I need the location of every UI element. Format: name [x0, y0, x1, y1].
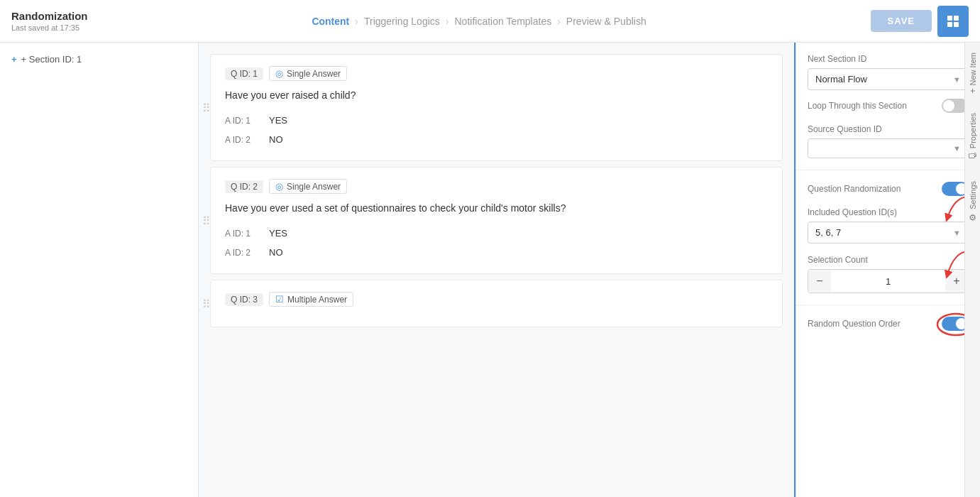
save-button[interactable]: SAVE — [871, 10, 932, 32]
selection-count-label: Selection Count — [808, 255, 969, 265]
properties-panel: Next Section ID Normal Flow ▼ Loop Throu… — [795, 43, 980, 497]
app-title: Randomization — [11, 10, 88, 22]
included-q-label: Included Question ID(s) — [808, 207, 969, 217]
grid-button[interactable] — [937, 6, 969, 37]
counter-value: 1 — [831, 276, 945, 287]
single-answer-icon-1: ◎ — [275, 68, 283, 79]
q2-type-label: Single Answer — [287, 182, 341, 192]
svg-rect-3 — [954, 22, 959, 27]
multiple-answer-icon: ☑ — [275, 294, 284, 305]
q2-header: Q ID: 2 ◎ Single Answer — [225, 179, 768, 194]
q3-id: Q ID: 3 — [225, 293, 263, 306]
q1-id: Q ID: 1 — [225, 67, 263, 80]
side-tabs: + New Item 🏷 Properties ⚙ Settings — [964, 43, 980, 497]
random-order-label: Random Question Order — [808, 319, 901, 329]
included-q-value: 5, 6, 7 — [815, 227, 841, 238]
q2-text: Have you ever used a set of questionnair… — [225, 202, 768, 214]
top-nav: Content › Triggering Logics › Notificati… — [312, 16, 646, 27]
drag-handle-3[interactable]: ⠿ — [202, 297, 211, 310]
loop-label: Loop Through this Section — [808, 101, 907, 111]
q1-answer-1: A ID: 1 YES — [225, 111, 768, 130]
section-label: + Section ID: 1 — [21, 54, 82, 65]
drag-handle-2[interactable]: ⠿ — [202, 214, 211, 227]
new-item-tab[interactable]: + New Item — [966, 43, 980, 103]
source-q-label: Source Question ID — [808, 124, 969, 134]
q3-type-badge: ☑ Multiple Answer — [269, 292, 353, 307]
included-q-chevron-icon: ▼ — [953, 229, 961, 237]
q3-header: Q ID: 3 ☑ Multiple Answer — [225, 292, 768, 307]
left-sidebar: + + Section ID: 1 — [0, 43, 199, 497]
included-q-select[interactable]: 5, 6, 7 ▼ — [808, 222, 969, 244]
next-section-chevron-icon: ▼ — [953, 75, 961, 84]
grid-icon — [946, 14, 960, 28]
q2-a1-val: YES — [269, 228, 287, 239]
nav-preview[interactable]: Preview & Publish — [566, 16, 646, 27]
panel-body: Next Section ID Normal Flow ▼ Loop Throu… — [796, 43, 980, 342]
q-randomization-label: Question Randomization — [808, 184, 901, 194]
source-q-chevron-icon: ▼ — [953, 144, 961, 153]
nav-notification[interactable]: Notification Templates — [454, 16, 551, 27]
q1-a2-val: NO — [269, 134, 283, 145]
nav-triggering[interactable]: Triggering Logics — [364, 16, 440, 27]
main-layout: + + Section ID: 1 ⠿ Q ID: 1 ◎ Single Ans… — [0, 43, 980, 497]
counter-decrement[interactable]: − — [808, 270, 831, 293]
q1-text: Have you ever raised a child? — [225, 89, 768, 101]
question-card-1: ⠿ Q ID: 1 ◎ Single Answer Have you ever … — [210, 54, 783, 161]
q1-a1-id: A ID: 1 — [225, 116, 260, 126]
sidebar-section-1[interactable]: + + Section ID: 1 — [11, 54, 187, 65]
question-card-3: ⠿ Q ID: 3 ☑ Multiple Answer — [210, 280, 783, 327]
loop-toggle-row: Loop Through this Section — [808, 99, 969, 113]
properties-tab[interactable]: 🏷 Properties — [966, 103, 980, 170]
svg-rect-0 — [947, 16, 952, 21]
settings-tab[interactable]: ⚙ Settings — [966, 171, 980, 232]
q1-a1-val: YES — [269, 115, 287, 126]
q2-answer-2: A ID: 2 NO — [225, 243, 768, 262]
expand-section-icon: + — [11, 54, 17, 65]
header-actions: SAVE — [871, 6, 969, 37]
next-section-id-select[interactable]: Normal Flow ▼ — [808, 68, 969, 90]
nav-content[interactable]: Content — [312, 16, 349, 27]
q1-answer-2: A ID: 2 NO — [225, 130, 768, 149]
q2-a2-id: A ID: 2 — [225, 248, 260, 258]
q2-id: Q ID: 2 — [225, 180, 263, 193]
q2-answer-1: A ID: 1 YES — [225, 224, 768, 243]
selection-count-field: − 1 + — [808, 269, 969, 293]
q2-type-badge: ◎ Single Answer — [269, 179, 347, 194]
last-saved: Last saved at 17:35 — [11, 23, 88, 32]
q2-a1-id: A ID: 1 — [225, 229, 260, 239]
question-randomization-row: Question Randomization — [808, 182, 969, 196]
random-order-row: Random Question Order — [808, 317, 969, 331]
source-q-select[interactable]: ▼ — [808, 138, 969, 158]
q1-type-label: Single Answer — [287, 69, 341, 79]
svg-rect-2 — [947, 22, 952, 27]
svg-rect-1 — [954, 16, 959, 21]
header-branding: Randomization Last saved at 17:35 — [11, 10, 88, 32]
next-section-id-label: Next Section ID — [808, 54, 969, 64]
q1-header: Q ID: 1 ◎ Single Answer — [225, 66, 768, 81]
single-answer-icon-2: ◎ — [275, 181, 283, 192]
q1-a2-id: A ID: 2 — [225, 135, 260, 145]
question-card-2: ⠿ Q ID: 2 ◎ Single Answer Have you ever … — [210, 167, 783, 274]
app-header: Randomization Last saved at 17:35 Conten… — [0, 0, 980, 43]
q3-type-label: Multiple Answer — [287, 295, 347, 305]
q2-a2-val: NO — [269, 247, 283, 258]
next-section-id-value: Normal Flow — [815, 74, 867, 84]
drag-handle-1[interactable]: ⠿ — [202, 101, 211, 114]
content-area: ⠿ Q ID: 1 ◎ Single Answer Have you ever … — [199, 43, 795, 497]
q1-type-badge: ◎ Single Answer — [269, 66, 347, 81]
